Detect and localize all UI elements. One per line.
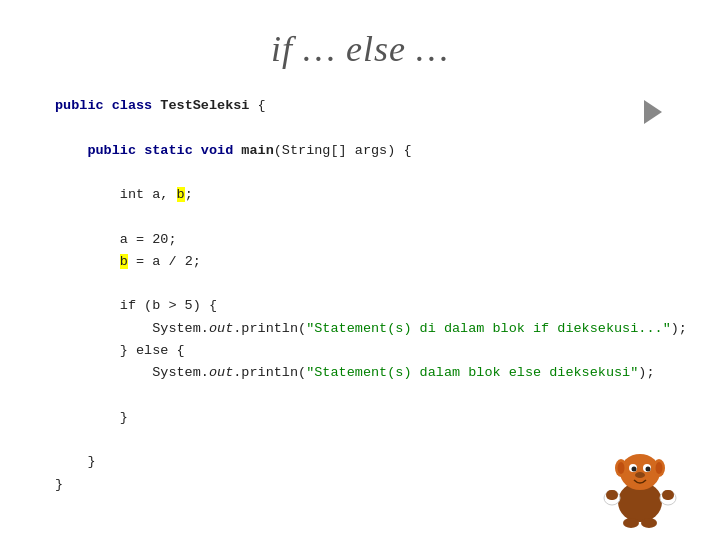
keyword-public: public: [55, 98, 112, 113]
code-line-3: public static void main(String[] args) {: [55, 140, 665, 162]
code-line-close-main: }: [55, 451, 665, 473]
keyword-public2: public: [87, 143, 144, 158]
character-illustration: [590, 430, 690, 530]
code-line-blank-2: [55, 162, 665, 184]
svg-rect-14: [662, 490, 674, 500]
var-b-highlight: b: [177, 187, 185, 202]
svg-rect-13: [606, 490, 618, 500]
svg-point-4: [632, 467, 637, 472]
string-if-msg: "Statement(s) di dalam blok if dieksekus…: [306, 321, 671, 336]
code-line-int-decl: int a, b;: [55, 184, 665, 206]
keyword-class: class: [112, 98, 161, 113]
out-italic-2: out: [209, 365, 233, 380]
code-line-a-assign: a = 20;: [55, 229, 665, 251]
code-line-blank-4: [55, 273, 665, 295]
code-area: public class TestSeleksi { public static…: [55, 95, 665, 510]
keyword-static: static: [144, 143, 201, 158]
method-main: main: [241, 143, 273, 158]
svg-point-10: [656, 462, 663, 474]
code-line-blank-6: [55, 429, 665, 451]
slide-title: if … else …: [0, 0, 720, 88]
code-line-sysout-else: System.out.println("Statement(s) dalam b…: [55, 362, 665, 384]
code-line-if: if (b > 5) {: [55, 295, 665, 317]
var-b-highlight2: b: [120, 254, 128, 269]
code-line-close-class: }: [55, 474, 665, 496]
out-italic: out: [209, 321, 233, 336]
code-line-else: } else {: [55, 340, 665, 362]
string-else-msg: "Statement(s) dalam blok else dieksekusi…: [306, 365, 638, 380]
svg-point-15: [623, 518, 639, 528]
code-line-b-assign: b = a / 2;: [55, 251, 665, 273]
slide: if … else … public class TestSeleksi { p…: [0, 0, 720, 540]
svg-point-16: [641, 518, 657, 528]
keyword-void: void: [201, 143, 242, 158]
classname: TestSeleksi: [160, 98, 249, 113]
code-line-close-if: }: [55, 407, 665, 429]
svg-point-6: [635, 472, 645, 478]
code-line-1: public class TestSeleksi {: [55, 95, 665, 117]
svg-point-9: [618, 462, 625, 474]
code-line-blank-3: [55, 206, 665, 228]
code-line-blank-5: [55, 384, 665, 406]
character-svg: [590, 430, 690, 530]
code-line-blank-1: [55, 117, 665, 139]
code-line-sysout-if: System.out.println("Statement(s) di dala…: [55, 318, 665, 340]
svg-point-5: [646, 467, 651, 472]
